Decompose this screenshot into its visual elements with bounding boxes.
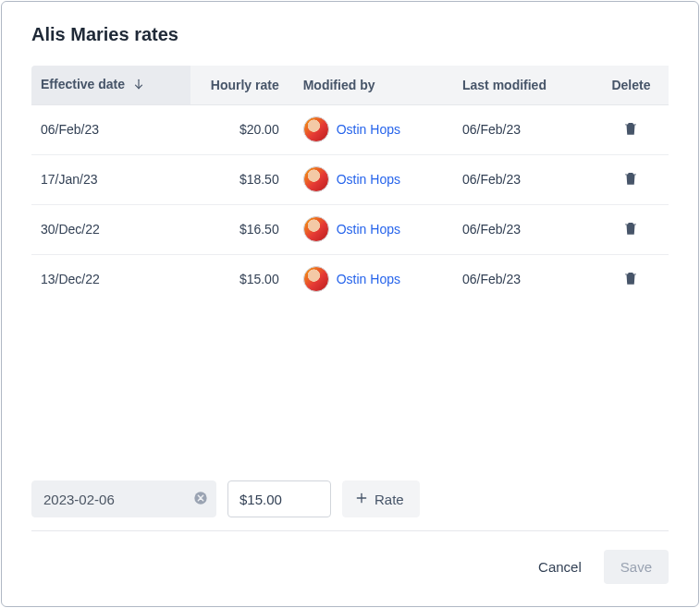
add-rate-button[interactable]: Rate: [342, 480, 420, 517]
cell-hourly-rate: $16.50: [190, 204, 293, 254]
clear-date-button[interactable]: [192, 491, 209, 507]
cell-effective-date: 30/Dec/22: [31, 204, 190, 254]
cell-hourly-rate: $18.50: [190, 154, 293, 204]
add-rate-label: Rate: [375, 492, 404, 507]
trash-icon: [622, 120, 639, 140]
rates-table: Effective date Hourly rate Modified by L…: [31, 66, 669, 304]
add-rate-row: Rate: [31, 468, 669, 531]
arrow-down-icon: [132, 78, 145, 93]
table-row: 06/Feb/23$20.00Ostin Hops06/Feb/23: [31, 104, 669, 154]
cell-last-modified: 06/Feb/23: [453, 254, 594, 304]
avatar: [303, 116, 329, 142]
cell-last-modified: 06/Feb/23: [453, 204, 594, 254]
col-header-delete: Delete: [594, 66, 669, 104]
modified-by-link[interactable]: Ostin Hops: [337, 122, 400, 137]
date-field-wrapper: [31, 480, 216, 517]
avatar: [303, 166, 329, 192]
cell-effective-date: 06/Feb/23: [31, 104, 190, 154]
trash-icon: [622, 170, 639, 189]
save-button[interactable]: Save: [604, 550, 669, 584]
col-header-effective-date[interactable]: Effective date: [31, 66, 190, 104]
delete-row-button[interactable]: [619, 116, 643, 143]
table-row: 17/Jan/23$18.50Ostin Hops06/Feb/23: [31, 154, 669, 204]
trash-icon: [622, 220, 639, 239]
cell-last-modified: 06/Feb/23: [453, 104, 594, 154]
modified-by-link[interactable]: Ostin Hops: [337, 272, 400, 286]
table-row: 30/Dec/22$16.50Ostin Hops06/Feb/23: [31, 204, 669, 254]
plus-icon: [354, 491, 369, 508]
cell-modified-by: Ostin Hops: [294, 104, 453, 154]
rates-modal: Alis Maries rates Effective date Hourly …: [1, 1, 699, 607]
cancel-button[interactable]: Cancel: [523, 550, 596, 584]
col-header-label: Effective date: [41, 77, 125, 91]
effective-date-input[interactable]: [31, 480, 216, 517]
modal-footer: Cancel Save: [2, 531, 698, 606]
cell-modified-by: Ostin Hops: [294, 254, 453, 304]
delete-row-button[interactable]: [619, 166, 643, 193]
hourly-rate-input[interactable]: [227, 480, 331, 517]
delete-row-button[interactable]: [619, 216, 643, 243]
cell-effective-date: 13/Dec/22: [31, 254, 190, 304]
col-header-modified-by[interactable]: Modified by: [294, 66, 453, 104]
table-row: 13/Dec/22$15.00Ostin Hops06/Feb/23: [31, 254, 669, 304]
col-header-last-modified[interactable]: Last modified: [453, 66, 594, 104]
modified-by-link[interactable]: Ostin Hops: [337, 172, 400, 187]
delete-row-button[interactable]: [619, 266, 643, 293]
cell-modified-by: Ostin Hops: [294, 204, 453, 254]
clear-icon: [193, 491, 208, 508]
modal-title: Alis Maries rates: [31, 24, 669, 45]
trash-icon: [622, 270, 639, 289]
cell-hourly-rate: $15.00: [190, 254, 293, 304]
cell-last-modified: 06/Feb/23: [453, 154, 594, 204]
avatar: [303, 216, 329, 242]
col-header-hourly-rate[interactable]: Hourly rate: [190, 66, 293, 104]
cell-modified-by: Ostin Hops: [294, 154, 453, 204]
cell-hourly-rate: $20.00: [190, 104, 293, 154]
modified-by-link[interactable]: Ostin Hops: [337, 222, 400, 237]
cell-effective-date: 17/Jan/23: [31, 154, 190, 204]
modal-body: Alis Maries rates Effective date Hourly …: [2, 2, 698, 531]
avatar: [303, 266, 329, 292]
